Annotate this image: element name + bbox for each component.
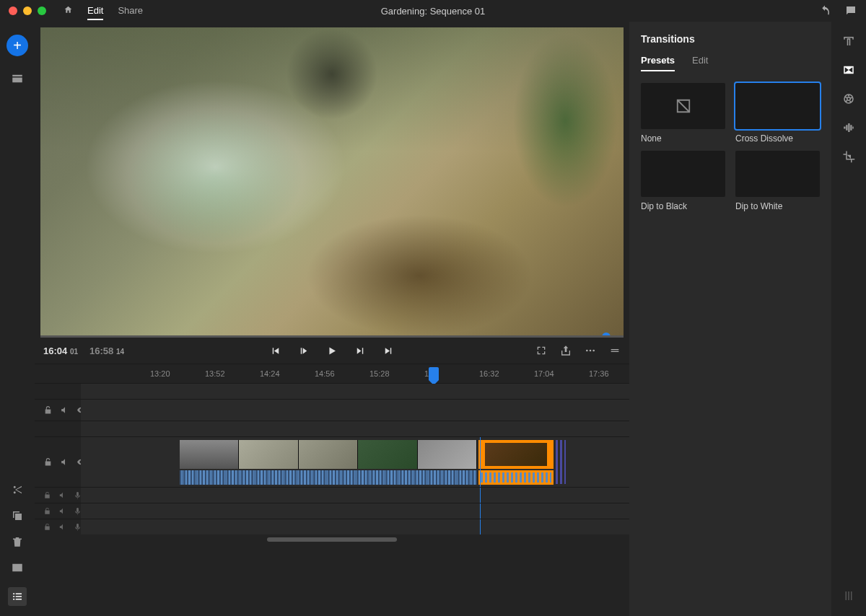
lock-icon[interactable] — [43, 523, 51, 531]
audio-track-1 — [35, 487, 629, 503]
home-icon[interactable] — [64, 2, 73, 20]
duplicate-icon[interactable] — [11, 509, 24, 522]
audio-meters-icon[interactable] — [842, 589, 855, 602]
timeline-ruler[interactable]: 13:20 13:52 14:24 14:56 15:28 16: 16:32 … — [35, 364, 629, 383]
transitions-icon[interactable] — [842, 63, 855, 76]
video-clip-1[interactable] — [180, 440, 477, 469]
tab-share[interactable]: Share — [118, 2, 143, 20]
svg-point-7 — [849, 101, 851, 102]
right-rail — [831, 22, 866, 616]
svg-point-9 — [845, 97, 847, 98]
video-track-1-body[interactable] — [81, 437, 629, 487]
timeline-view-icon[interactable] — [8, 587, 27, 606]
transition-marker[interactable] — [556, 440, 566, 484]
step-back-icon[interactable] — [298, 345, 310, 357]
go-to-end-icon[interactable] — [382, 345, 395, 357]
minimize-window-icon[interactable] — [23, 6, 32, 15]
timeline-scrollbar[interactable] — [35, 534, 629, 545]
project-panel-icon[interactable] — [11, 72, 24, 85]
audio-clip-1[interactable] — [180, 470, 477, 485]
svg-point-6 — [851, 97, 852, 98]
preset-none[interactable]: None — [641, 83, 725, 144]
export-frame-icon[interactable] — [560, 345, 572, 356]
mute-icon[interactable] — [60, 457, 69, 467]
svg-point-4 — [847, 97, 851, 101]
video-track-2-body[interactable] — [81, 400, 629, 421]
titlebar: Edit Share Gardening: Sequence 01 — [0, 0, 866, 22]
project-title: Gardening: Sequence 01 — [381, 6, 486, 17]
mute-icon[interactable] — [58, 523, 66, 531]
tab-edit-transition[interactable]: Edit — [692, 55, 708, 71]
transitions-panel: Transitions Presets Edit None Cross Diss… — [629, 22, 831, 616]
audio-icon[interactable] — [842, 121, 855, 134]
tab-edit[interactable]: Edit — [87, 2, 103, 20]
svg-point-2 — [592, 350, 595, 352]
window-controls — [9, 6, 46, 15]
panel-title: Transitions — [641, 33, 820, 45]
video-track-1 — [35, 436, 629, 487]
fullscreen-icon[interactable] — [535, 345, 547, 356]
color-icon[interactable] — [842, 92, 855, 105]
more-options-icon[interactable] — [585, 345, 596, 356]
preset-dip-to-white[interactable]: Dip to White — [735, 151, 820, 211]
track-spacer — [35, 421, 629, 436]
audio-track-2 — [35, 503, 629, 519]
video-clip-2-selected[interactable] — [478, 440, 554, 469]
tab-presets[interactable]: Presets — [641, 55, 675, 71]
titles-icon[interactable] — [842, 35, 855, 48]
mute-icon[interactable] — [58, 507, 66, 515]
svg-point-8 — [846, 100, 847, 102]
timeline-options-icon[interactable] — [609, 345, 621, 356]
svg-point-0 — [586, 350, 588, 352]
playhead-line — [480, 437, 481, 487]
scissors-icon[interactable] — [11, 483, 24, 496]
undo-icon[interactable] — [818, 4, 831, 17]
captions-icon[interactable] — [11, 561, 24, 574]
mute-icon[interactable] — [58, 491, 66, 499]
lock-icon[interactable] — [43, 457, 53, 467]
video-preview[interactable] — [40, 27, 624, 338]
svg-point-5 — [848, 94, 849, 96]
video-track-2 — [35, 399, 629, 421]
trash-icon[interactable] — [11, 535, 24, 548]
mute-icon[interactable] — [60, 405, 69, 415]
audio-clip-2-selected[interactable] — [478, 470, 554, 485]
preset-dip-to-black[interactable]: Dip to Black — [641, 151, 725, 211]
scrubber-playhead-icon[interactable] — [602, 333, 611, 338]
svg-point-1 — [590, 350, 592, 352]
step-forward-icon[interactable] — [354, 345, 367, 357]
timecode-current[interactable]: 16:04 01 — [43, 346, 78, 356]
left-rail: + — [0, 22, 35, 616]
play-icon[interactable] — [326, 345, 338, 357]
lock-icon[interactable] — [43, 507, 51, 515]
comment-icon[interactable] — [844, 4, 857, 17]
audio-track-3 — [35, 519, 629, 534]
preset-cross-dissolve[interactable]: Cross Dissolve — [735, 83, 820, 144]
lock-icon[interactable] — [43, 405, 53, 415]
top-nav: Edit Share — [64, 2, 143, 20]
track-spacer — [35, 383, 629, 399]
timecode-total: 16:58 14 — [89, 346, 124, 356]
playback-controls: 16:04 01 16:58 14 — [35, 338, 629, 364]
go-to-start-icon[interactable] — [270, 345, 282, 357]
crop-icon[interactable] — [842, 150, 855, 163]
add-media-button[interactable]: + — [6, 35, 28, 56]
close-window-icon[interactable] — [9, 6, 17, 15]
timeline: 13:20 13:52 14:24 14:56 15:28 16: 16:32 … — [35, 364, 629, 616]
playhead-icon[interactable] — [429, 367, 439, 380]
maximize-window-icon[interactable] — [38, 6, 46, 15]
lock-icon[interactable] — [43, 491, 51, 499]
